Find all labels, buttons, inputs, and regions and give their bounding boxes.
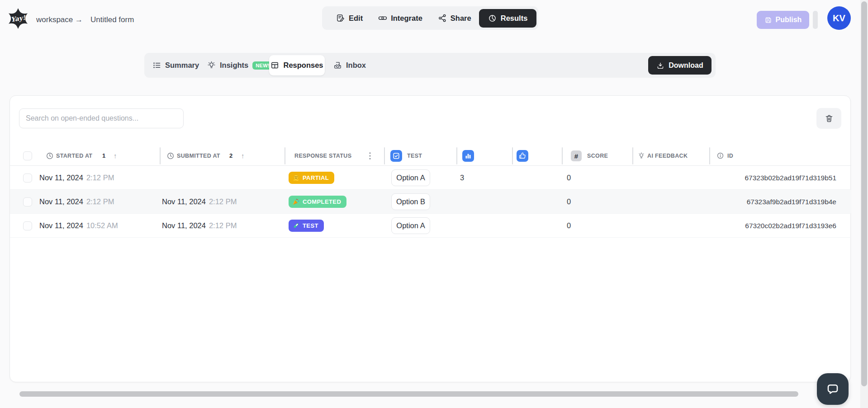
test-tube-emoji [293,222,299,229]
chat-bubble-icon [825,382,840,396]
info-icon [716,152,724,159]
choice-chip: Option A [391,169,430,186]
column-header-ai-feedback: AI FEEDBACK [647,153,688,159]
user-avatar[interactable]: KV [827,6,851,30]
tab-inbox[interactable]: Inbox [333,53,366,78]
clock-icon [166,152,175,160]
trash-icon [825,114,834,123]
status-badge-completed: COMPLETED [289,196,346,208]
table-row[interactable]: Nov 11, 2024 2:12 PM Nov 11, 2024 2:12 P… [10,190,851,214]
save-floppy-icon [764,16,772,24]
started-at-time: 10:52 AM [86,221,118,230]
app-logo[interactable]: Yay! [7,8,29,29]
table-row[interactable]: Nov 11, 2024 2:12 PM PARTIAL Option A 3 … [10,166,851,190]
search-input[interactable] [19,108,184,128]
started-at-value: Nov 11, 2024 [39,174,83,182]
main-nav: Edit Integrate Share [322,6,538,30]
status-badge-label: COMPLETED [303,198,341,205]
row-checkbox[interactable] [23,197,32,206]
started-sort-arrow[interactable]: ↑ [114,152,117,159]
header-divider [285,147,285,164]
nav-edit-label: Edit [349,14,363,23]
publish-label: Publish [776,16,802,24]
tab-responses-label: Responses [283,61,323,70]
delete-selected-button[interactable] [816,108,841,129]
score-value: 0 [567,197,571,206]
nav-results-button[interactable]: Results [479,9,537,28]
started-at-time: 2:12 PM [86,174,114,182]
score-value: 0 [567,221,571,230]
submitted-sort-order: 2 [229,152,232,159]
chat-widget-button[interactable] [817,373,849,405]
header-divider [456,147,457,164]
column-header-response-status: RESPONSE STATUS [294,153,351,159]
status-badge-test: TEST [289,220,324,232]
tab-insights[interactable]: Insights NEW! [207,53,273,78]
column-header-id: ID [727,153,733,159]
breadcrumb-workspace[interactable]: workspace [36,15,73,24]
breadcrumb-form-name[interactable]: Untitled form [90,15,134,24]
submitted-sort-arrow[interactable]: ↑ [241,152,245,159]
submitted-at-time: 2:12 PM [209,221,237,230]
table-icon [270,61,279,70]
tab-summary[interactable]: Summary [152,53,199,78]
checkbox-question-icon [390,150,402,162]
chart-answer-value: 3 [460,174,464,182]
download-label: Download [669,61,703,70]
column-header-score: SCORE [587,153,608,159]
header-divider [512,147,513,164]
party-popper-emoji [293,198,299,205]
row-checkbox[interactable] [23,221,32,230]
download-icon [656,61,664,70]
list-icon [152,61,161,70]
share-icon [438,14,447,23]
melting-face-emoji [293,174,299,181]
started-at-value: Nov 11, 2024 [39,221,83,230]
edit-icon [336,14,345,23]
topbar-divider [813,11,818,29]
nav-share-button[interactable]: Share [430,14,479,23]
score-value: 0 [567,174,571,182]
nav-integrate-button[interactable]: Integrate [370,14,430,23]
inbox-icon [333,61,342,70]
status-badge-partial: PARTIAL [289,172,334,184]
vertical-scrollbar-thumb[interactable] [861,1,867,386]
header-divider [562,147,563,164]
tab-responses-active[interactable]: Responses [269,55,325,75]
header-divider [632,147,633,164]
response-id: 67323af9b2ad19f71d319b4e [747,198,836,206]
submitted-at-time: 2:12 PM [209,197,237,206]
results-tabstrip: Summary Insights NEW! Responses Inbox [144,53,716,78]
choice-chip: Option B [391,193,430,210]
publish-button[interactable]: Publish [757,11,809,29]
header-divider [160,147,161,164]
column-header-test: TEST [407,153,422,159]
submitted-at-value: Nov 11, 2024 [162,197,206,206]
clock-icon [46,152,54,160]
hash-icon: # [571,150,582,161]
choice-chip: Option A [391,217,430,234]
lightbulb-icon [207,61,216,70]
horizontal-scrollbar[interactable] [19,391,798,397]
select-all-checkbox[interactable] [23,151,32,160]
nav-edit-button[interactable]: Edit [328,14,370,23]
topbar: Yay! workspace → Untitled form Edit Inte… [0,0,868,40]
status-badge-label: TEST [303,222,318,229]
kebab-menu-icon[interactable] [368,152,372,160]
pie-chart-icon [488,14,497,23]
column-header-submitted-at: SUBMITTED AT [177,153,220,159]
nav-results-label: Results [501,14,528,23]
table-row[interactable]: Nov 11, 2024 10:52 AM Nov 11, 2024 2:12 … [10,214,851,238]
started-at-time: 2:12 PM [86,197,114,206]
submitted-at-value: Nov 11, 2024 [162,221,206,230]
row-checkbox[interactable] [23,174,32,183]
header-divider [709,147,710,164]
status-badge-label: PARTIAL [303,174,329,181]
download-button[interactable]: Download [648,56,711,75]
header-divider [384,147,385,164]
responses-panel: STARTED AT 1 ↑ SUBMITTED AT 2 ↑ RESPONSE… [9,95,851,382]
breadcrumb-arrow-icon: → [75,15,83,24]
tab-summary-label: Summary [165,61,199,70]
tab-inbox-label: Inbox [346,61,366,70]
tab-insights-label: Insights [220,61,248,70]
